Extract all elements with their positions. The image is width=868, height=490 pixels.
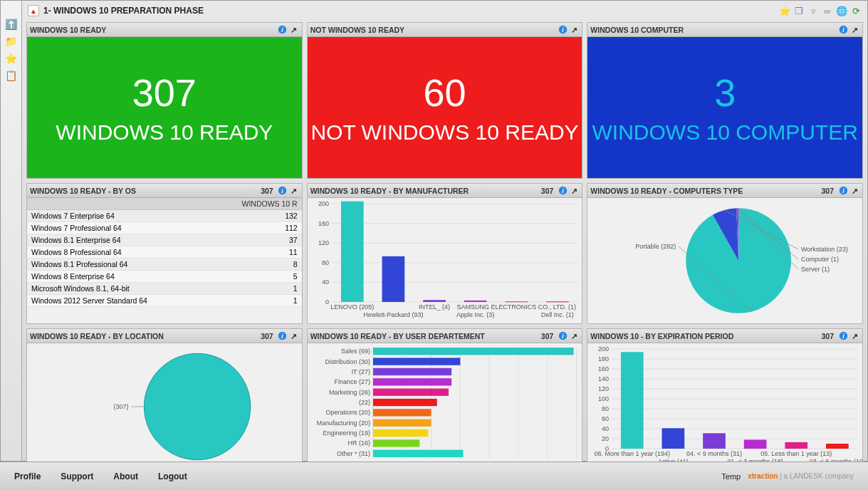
table-row[interactable]: Windows 2012 Server Standard 641 xyxy=(27,295,302,307)
home-icon[interactable]: ⬆️ xyxy=(5,18,18,31)
info-icon[interactable]: i xyxy=(838,186,848,196)
panel-count: 307 xyxy=(821,187,837,195)
panel-count: 307 xyxy=(261,187,276,195)
detach-icon[interactable]: ↗ xyxy=(849,25,859,35)
chart-manufacturer[interactable]: 04080120160200LENOVO (205)Hewlett-Packar… xyxy=(308,198,582,323)
svg-text:160: 160 xyxy=(598,365,609,372)
star-icon[interactable]: ⭐ xyxy=(5,52,18,65)
detach-icon[interactable]: ↗ xyxy=(569,186,579,196)
panel-by-location: WINDOWS 10 READY - BY LOCATION 307 i ↗ (… xyxy=(26,328,303,471)
svg-text:160: 160 xyxy=(318,220,329,227)
svg-rect-75 xyxy=(373,388,449,395)
svg-text:IT (27): IT (27) xyxy=(351,368,370,375)
panel-title: WINDOWS 10 READY - BY MANUFACTURER xyxy=(310,187,469,195)
svg-text:Portable (282): Portable (282) xyxy=(636,243,676,250)
detach-icon[interactable]: ↗ xyxy=(849,186,859,196)
svg-rect-85 xyxy=(373,439,419,447)
link-icon[interactable]: ∞ xyxy=(822,5,833,16)
info-icon[interactable]: i xyxy=(278,331,288,341)
svg-text:200: 200 xyxy=(318,200,329,207)
star-icon[interactable]: ⭐ xyxy=(779,5,790,16)
table-row[interactable]: Windows 8.1 Enterprise 6437 xyxy=(27,234,302,246)
title-bar: ▲ 1- WINDOWS 10 PREPARATION PHASE ⭐ ❒ ▿ … xyxy=(26,4,863,18)
svg-text:60: 60 xyxy=(602,415,609,422)
panel-title: WINDOWS 10 READY - BY USER DEPARTEMENT xyxy=(310,332,485,340)
svg-text:HR (16): HR (16) xyxy=(347,439,370,447)
os-name: Windows 7 Professional 64 xyxy=(27,222,208,234)
os-name: Windows 8 Professional 64 xyxy=(27,246,208,259)
detach-icon[interactable]: ↗ xyxy=(289,25,299,35)
panel-title: WINDOWS 10 COMPUTER xyxy=(590,26,684,34)
brand-logo: xtraction | a LANDESK company xyxy=(748,472,854,480)
kpi-card[interactable]: 3 WINDOWS 10 COMPUTER xyxy=(587,37,862,178)
svg-text:40: 40 xyxy=(322,278,329,286)
info-icon[interactable]: i xyxy=(558,186,568,196)
folder-icon[interactable]: 📁 xyxy=(5,35,18,48)
info-icon[interactable]: i xyxy=(838,331,848,341)
svg-rect-24 xyxy=(382,256,404,302)
svg-rect-30 xyxy=(505,301,528,302)
svg-text:05. Less than 1 year (13): 05. Less than 1 year (13) xyxy=(761,450,832,457)
svg-text:20: 20 xyxy=(602,435,609,442)
table-row[interactable]: Windows 7 Professional 64112 xyxy=(27,222,302,234)
page-title: 1- WINDOWS 10 PREPARATION PHASE xyxy=(43,6,204,16)
detach-icon[interactable]: ↗ xyxy=(849,331,859,341)
panel-by-department: WINDOWS 10 READY - BY USER DEPARTEMENT 3… xyxy=(307,328,583,471)
svg-text:Engineering (19): Engineering (19) xyxy=(323,429,370,437)
kpi-card[interactable]: 60 NOT WINDOWS 10 READY xyxy=(308,37,582,178)
info-icon[interactable]: i xyxy=(558,331,568,341)
footer-link-profile[interactable]: Profile xyxy=(14,471,41,481)
globe-icon[interactable]: 🌐 xyxy=(836,5,847,16)
svg-text:(307): (307) xyxy=(113,403,128,410)
table-row[interactable]: Microsoft Windows 8.1, 64-bit1 xyxy=(27,283,302,295)
cube-icon[interactable]: ❒ xyxy=(793,5,805,16)
detach-icon[interactable]: ↗ xyxy=(289,186,299,196)
svg-rect-115 xyxy=(662,428,685,449)
svg-text:180: 180 xyxy=(598,355,609,363)
footer-link-about[interactable]: About xyxy=(113,471,138,481)
panel-title: WINDOWS 10 READY - BY LOCATION xyxy=(30,332,164,340)
list-icon[interactable]: 📋 xyxy=(5,69,18,82)
chart-type[interactable]: Portable (282)Workstation (23)Computer (… xyxy=(587,198,862,323)
detach-icon[interactable]: ↗ xyxy=(569,25,579,35)
filter-icon[interactable]: ▿ xyxy=(807,5,819,16)
svg-text:Server (1): Server (1) xyxy=(801,266,830,273)
svg-text:Computer (1): Computer (1) xyxy=(801,256,839,263)
svg-text:Hewlett-Packard (93): Hewlett-Packard (93) xyxy=(363,311,423,318)
chart-expiration[interactable]: 02040608010012014016018020006. More than… xyxy=(587,343,862,470)
table-row[interactable]: Windows 7 Enterprise 64132 xyxy=(27,210,302,222)
table-row[interactable]: Windows 8 Professional 6411 xyxy=(27,246,302,259)
svg-text:Sales (69): Sales (69) xyxy=(341,348,370,355)
os-name: Windows 8 Enterprise 64 xyxy=(27,271,208,283)
svg-text:SAMSUNG ELECTRONICS CO., LTD. : SAMSUNG ELECTRONICS CO., LTD. (1) xyxy=(456,303,576,311)
chart-department[interactable]: 010203040506070Sales (69)Distribution (3… xyxy=(308,343,582,470)
footer-link-logout[interactable]: Logout xyxy=(158,471,187,481)
svg-text:Workstation (23): Workstation (23) xyxy=(801,246,848,253)
svg-text:80: 80 xyxy=(322,259,329,266)
os-name: Windows 7 Enterprise 64 xyxy=(27,210,208,222)
os-name: Microsoft Windows 8.1, 64-bit xyxy=(27,283,208,295)
chart-location[interactable]: (307) xyxy=(27,343,302,470)
info-icon[interactable]: i xyxy=(278,186,288,196)
detach-icon[interactable]: ↗ xyxy=(289,331,299,341)
footer-link-support[interactable]: Support xyxy=(61,471,93,481)
svg-text:04. < 9 months (31): 04. < 9 months (31) xyxy=(686,450,742,457)
kpi-label: WINDOWS 10 READY xyxy=(56,120,273,145)
info-icon[interactable]: i xyxy=(558,25,568,35)
svg-rect-119 xyxy=(744,439,767,449)
os-count: 37 xyxy=(208,234,301,246)
panel-by-os: WINDOWS 10 READY - BY OS 307 i ↗ WINDOWS… xyxy=(26,183,303,324)
detach-icon[interactable]: ↗ xyxy=(569,331,579,341)
os-count: 5 xyxy=(208,271,301,283)
info-icon[interactable]: i xyxy=(278,25,288,35)
info-icon[interactable]: i xyxy=(838,25,848,35)
panel-title: WINDOWS 10 - BY EXPIRATION PERIOD xyxy=(590,332,733,340)
svg-rect-87 xyxy=(373,450,464,457)
kpi-card[interactable]: 307 WINDOWS 10 READY xyxy=(27,37,302,178)
table-row[interactable]: Windows 8.1 Professional 648 xyxy=(27,259,302,271)
refresh-icon[interactable]: ⟳ xyxy=(850,5,862,16)
panel-by-expiration: WINDOWS 10 - BY EXPIRATION PERIOD 307 i … xyxy=(587,328,863,471)
table-row[interactable]: Windows 8 Enterprise 645 xyxy=(27,271,302,283)
left-rail: ⬆️ 📁 ⭐ 📋 xyxy=(1,1,22,461)
os-name: Windows 2012 Server Standard 64 xyxy=(27,295,208,307)
